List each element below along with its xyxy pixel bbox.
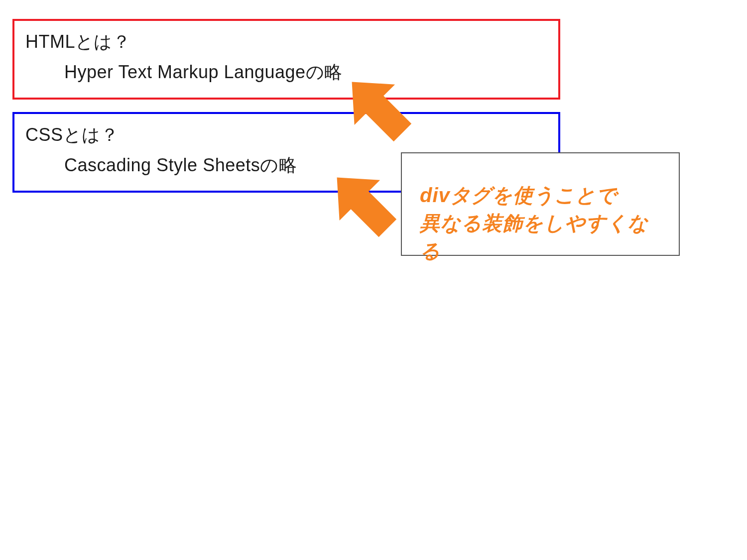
callout-line-2: 異なる装飾をしやすくなる [420,212,648,262]
svg-marker-1 [319,159,408,248]
html-box-title: HTMLとは？ [25,30,547,54]
arrow-icon [319,159,408,249]
html-definition-box: HTMLとは？ Hyper Text Markup Languageの略 [12,19,560,100]
arrow-icon [334,64,423,153]
svg-marker-0 [334,64,423,153]
callout-line-1: divタグを使うことで [420,184,617,206]
css-box-title: CSSとは？ [25,123,547,147]
html-box-desc: Hyper Text Markup Languageの略 [64,60,547,85]
callout-box: divタグを使うことで 異なる装飾をしやすくなる [401,152,680,256]
callout-text: divタグを使うことで 異なる装飾をしやすくなる [420,181,661,265]
